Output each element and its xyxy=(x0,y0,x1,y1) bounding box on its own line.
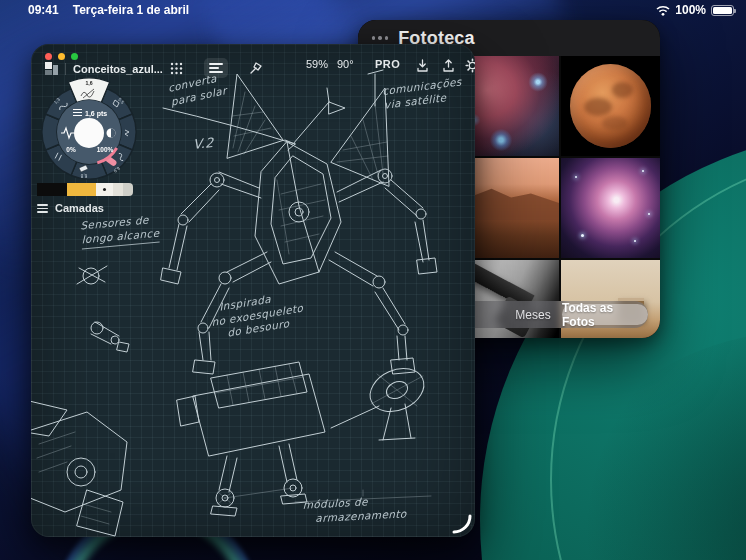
window-controls[interactable] xyxy=(45,53,78,60)
status-bar: 09:41 Terça-feira 1 de abril 100% xyxy=(0,0,746,20)
annotation-storage: módulos de armazenamento xyxy=(302,493,407,526)
swatch-gray[interactable] xyxy=(123,183,133,196)
close-icon xyxy=(45,53,52,60)
zoom-level[interactable]: 59% xyxy=(306,58,328,70)
pro-badge[interactable]: PRO xyxy=(375,58,400,70)
tool-wheel[interactable]: 1,6 1,3 5,5 6,8 6,9 1,6 pts 0% xyxy=(37,74,141,192)
status-time: 09:41 xyxy=(28,3,59,17)
drawing-app-window[interactable]: converta para solar comunicações via sat… xyxy=(31,44,475,537)
status-date: Terça-feira 1 de abril xyxy=(73,3,190,17)
document-title[interactable]: Conceitos_azul... xyxy=(73,63,163,75)
swatch-white-selected[interactable] xyxy=(96,183,113,196)
layers-icon xyxy=(37,202,48,215)
tab-all-photos[interactable]: Todas as Fotos xyxy=(562,304,648,325)
wifi-icon xyxy=(656,5,670,16)
paint-icon xyxy=(249,61,263,75)
layers-label: Camadas xyxy=(55,202,104,214)
lines-icon xyxy=(209,62,223,74)
gear-icon xyxy=(465,58,475,73)
photo-thumbnail-mars[interactable] xyxy=(561,56,660,156)
grid-icon xyxy=(170,62,183,75)
import-icon xyxy=(415,58,430,73)
layers-button[interactable]: Camadas xyxy=(37,202,104,215)
opacity-max-label: 100% xyxy=(97,146,114,153)
import-button[interactable] xyxy=(415,58,430,73)
fill-tool-button[interactable] xyxy=(244,58,268,78)
share-icon xyxy=(441,58,456,73)
adjust-tool-button[interactable] xyxy=(204,58,228,78)
photo-thumbnail-orion-nebula[interactable] xyxy=(561,158,660,258)
ipad-screen: 09:41 Terça-feira 1 de abril 100% xyxy=(0,0,746,560)
share-button[interactable] xyxy=(441,58,456,73)
color-palette xyxy=(37,183,133,196)
swatch-light-gray[interactable] xyxy=(113,183,123,196)
minimize-icon xyxy=(58,53,65,60)
annotation-sensors: Sensores de longo alcance xyxy=(80,213,160,249)
divider xyxy=(65,63,66,75)
window-more-icon[interactable] xyxy=(372,36,388,39)
opacity-min-label: 0% xyxy=(66,146,76,153)
annotation-version: V.2 xyxy=(192,135,214,154)
battery-icon xyxy=(711,5,734,16)
wheel-size-bottom-left: 6,8 xyxy=(80,173,87,178)
corner-resize-handle[interactable] xyxy=(452,514,472,534)
stroke-width-label: 1,6 pts xyxy=(85,110,107,118)
battery-percent: 100% xyxy=(675,3,706,17)
fullscreen-icon xyxy=(71,53,78,60)
wallpaper-shade xyxy=(560,330,746,560)
swatch-black[interactable] xyxy=(37,183,67,196)
grid-tool-button[interactable] xyxy=(164,58,188,78)
gallery-icon[interactable] xyxy=(45,62,58,75)
settings-button[interactable] xyxy=(465,58,475,73)
mars-planet xyxy=(570,64,651,148)
active-tool-size-label: 1,6 xyxy=(85,80,92,86)
swatch-yellow[interactable] xyxy=(67,183,96,196)
tab-months[interactable]: Meses xyxy=(498,301,568,328)
rotation-value[interactable]: 90° xyxy=(337,58,354,70)
brush-preview[interactable] xyxy=(74,118,104,148)
